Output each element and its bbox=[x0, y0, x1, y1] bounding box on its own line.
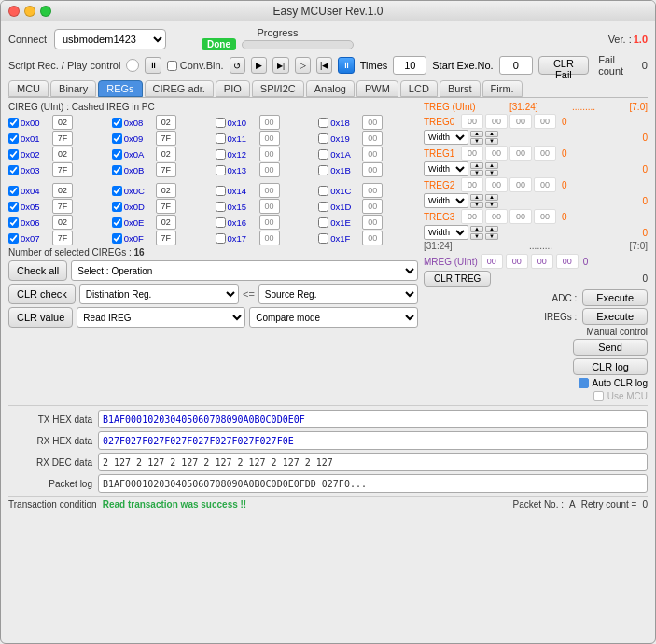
step-into-button[interactable]: ▶| bbox=[272, 57, 288, 74]
reg-0x14-val[interactable] bbox=[259, 183, 280, 198]
treg1-v1[interactable] bbox=[461, 146, 483, 161]
tab-binary[interactable]: Binary bbox=[50, 80, 96, 97]
connect-select[interactable]: usbmodem1423 bbox=[54, 29, 166, 49]
reg-0x18-val[interactable] bbox=[362, 115, 383, 130]
reg-0x1b-cb[interactable] bbox=[318, 165, 328, 175]
treg0-v1[interactable] bbox=[461, 114, 483, 129]
reg-0x15-val[interactable] bbox=[259, 199, 280, 214]
packet-log-input[interactable]: B1AF000102030405060708090A0B0C0D0E0FDD 0… bbox=[98, 474, 648, 493]
treg0-v2[interactable] bbox=[485, 114, 508, 129]
treg3-up[interactable]: ▲ bbox=[470, 226, 483, 232]
minimize-button[interactable] bbox=[24, 6, 35, 17]
reg-0x12-cb[interactable] bbox=[216, 149, 226, 160]
treg2-v3[interactable] bbox=[509, 177, 532, 192]
tab-pio[interactable]: PIO bbox=[216, 80, 250, 97]
tab-pwm[interactable]: PWM bbox=[356, 80, 398, 97]
treg1-width-select[interactable]: Width bbox=[424, 161, 468, 176]
mreg-v3[interactable] bbox=[531, 254, 553, 269]
treg1-updown[interactable]: ▲ ▼ bbox=[470, 162, 483, 176]
tab-mcu[interactable]: MCU bbox=[8, 80, 49, 97]
treg3-updown[interactable]: ▲ ▼ bbox=[470, 226, 483, 240]
step-forward-button[interactable]: ▶ bbox=[251, 57, 267, 74]
reg-0x02-cb[interactable] bbox=[8, 149, 19, 160]
tab-regs[interactable]: REGs bbox=[98, 80, 142, 97]
reg-0x19-cb[interactable] bbox=[318, 133, 328, 144]
reg-0x12-val[interactable] bbox=[259, 147, 280, 161]
reg-0x17-val[interactable] bbox=[259, 231, 280, 245]
treg0-up[interactable]: ▲ bbox=[470, 131, 483, 137]
reg-0x1f-cb[interactable] bbox=[318, 233, 328, 244]
select-operation-select[interactable]: Select : Operation bbox=[71, 260, 418, 281]
reg-0x06-val[interactable] bbox=[52, 215, 73, 230]
treg3-v4[interactable] bbox=[534, 209, 556, 224]
reg-0x05-val[interactable] bbox=[52, 199, 73, 214]
send-button[interactable]: Send bbox=[573, 339, 648, 356]
mreg-v4[interactable] bbox=[556, 254, 579, 269]
treg3-up2[interactable]: ▲ bbox=[485, 226, 498, 232]
reg-0x13-cb[interactable] bbox=[216, 165, 226, 175]
treg0-v3[interactable] bbox=[509, 114, 532, 129]
reg-0x09-cb[interactable] bbox=[112, 133, 122, 144]
reg-0x00-val[interactable] bbox=[52, 115, 73, 130]
reg-0x1a-cb[interactable] bbox=[318, 149, 328, 160]
reg-0x11-cb[interactable] bbox=[216, 133, 226, 144]
treg0-updown2[interactable]: ▲ ▼ bbox=[485, 131, 498, 145]
treg2-v1[interactable] bbox=[461, 177, 483, 192]
reg-0x04-val[interactable] bbox=[52, 183, 73, 198]
reg-0x1d-cb[interactable] bbox=[318, 202, 328, 212]
treg0-down2[interactable]: ▼ bbox=[485, 138, 498, 145]
check-all-button[interactable]: Check all bbox=[8, 260, 67, 281]
reg-0x1d-val[interactable] bbox=[362, 199, 383, 214]
record-radio[interactable] bbox=[126, 59, 139, 72]
pause-button[interactable]: ⏸ bbox=[145, 57, 161, 74]
times-input[interactable]: 10 bbox=[393, 56, 426, 75]
reg-0x07-val[interactable] bbox=[52, 231, 73, 245]
reg-0x0f-val[interactable] bbox=[156, 231, 176, 245]
reg-0x14-cb[interactable] bbox=[216, 186, 226, 196]
reg-0x16-cb[interactable] bbox=[216, 217, 226, 228]
treg2-v2[interactable] bbox=[485, 177, 508, 192]
reg-0x02-val[interactable] bbox=[52, 147, 73, 161]
treg3-v1[interactable] bbox=[461, 209, 483, 224]
step-over-button[interactable]: ▷ bbox=[295, 57, 311, 74]
treg1-v3[interactable] bbox=[509, 146, 532, 161]
reg-0x16-val[interactable] bbox=[259, 215, 280, 230]
start-exe-input[interactable] bbox=[499, 56, 533, 75]
treg1-v2[interactable] bbox=[485, 146, 508, 161]
reg-0x1e-val[interactable] bbox=[362, 215, 383, 230]
rx-dec-input[interactable]: 2 127 2 127 2 127 2 127 2 127 2 127 2 12… bbox=[98, 453, 648, 471]
reg-0x19-val[interactable] bbox=[362, 131, 383, 146]
reg-0x0e-cb[interactable] bbox=[112, 217, 122, 228]
reg-0x01-val[interactable] bbox=[52, 131, 73, 146]
tab-burst[interactable]: Burst bbox=[440, 80, 481, 97]
clr-check-button[interactable]: CLR check bbox=[8, 284, 76, 304]
treg2-down2[interactable]: ▼ bbox=[485, 202, 498, 208]
mreg-v1[interactable] bbox=[481, 254, 503, 269]
reg-0x0e-val[interactable] bbox=[156, 215, 176, 230]
treg2-width-select[interactable]: Width bbox=[424, 193, 468, 208]
treg3-down2[interactable]: ▼ bbox=[485, 233, 498, 240]
reg-0x00-cb[interactable] bbox=[8, 118, 19, 128]
reg-0x0b-val[interactable] bbox=[156, 162, 176, 177]
reg-0x03-val[interactable] bbox=[52, 162, 73, 177]
conv-bin-checkbox[interactable] bbox=[167, 61, 177, 71]
reg-0x05-cb[interactable] bbox=[8, 202, 19, 212]
reg-0x0d-cb[interactable] bbox=[112, 202, 122, 212]
read-ireg-select[interactable]: Read IREG bbox=[77, 307, 245, 328]
maximize-button[interactable] bbox=[40, 6, 51, 17]
treg2-v4[interactable] bbox=[534, 177, 556, 192]
treg0-v4[interactable] bbox=[534, 114, 556, 129]
compare-mode-select[interactable]: Compare mode bbox=[249, 307, 418, 328]
use-mcu-checkbox[interactable] bbox=[593, 391, 604, 401]
reg-0x0a-cb[interactable] bbox=[112, 149, 122, 160]
reg-0x1f-val[interactable] bbox=[362, 231, 383, 245]
clr-log-button[interactable]: CLR log bbox=[573, 358, 648, 375]
treg2-updown[interactable]: ▲ ▼ bbox=[470, 194, 483, 208]
reg-0x0c-val[interactable] bbox=[156, 183, 176, 198]
reg-0x10-val[interactable] bbox=[259, 115, 280, 130]
tab-cireg-adr[interactable]: CIREG adr. bbox=[145, 80, 214, 97]
mreg-v2[interactable] bbox=[506, 254, 528, 269]
clr-treg-button[interactable]: CLR TREG bbox=[424, 271, 491, 287]
tab-lcd[interactable]: LCD bbox=[400, 80, 438, 97]
reg-0x13-val[interactable] bbox=[259, 162, 280, 177]
